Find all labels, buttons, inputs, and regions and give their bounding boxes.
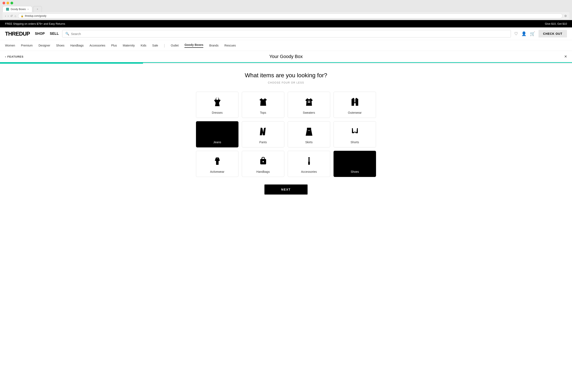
sell-link[interactable]: SELL — [50, 32, 59, 36]
cat-designer[interactable]: Designer — [39, 44, 50, 47]
handbags-icon — [258, 156, 268, 167]
close-button[interactable]: × — [564, 54, 567, 59]
item-dresses[interactable]: Dresses — [196, 92, 238, 118]
browser-chrome: Goody Boxes × + ‹ › ↺ ⌂ 🔒 thredup.com/go… — [0, 0, 572, 20]
main-content: What items are you looking for? CHOOSE F… — [192, 64, 380, 203]
cat-brands[interactable]: Brands — [209, 44, 218, 47]
cat-kids[interactable]: Kids — [141, 44, 146, 47]
header-nav: SHOP SELL — [35, 32, 59, 36]
search-input[interactable] — [71, 32, 508, 36]
tab-close-button[interactable]: × — [27, 8, 29, 11]
cat-handbags[interactable]: Handbags — [70, 44, 84, 47]
lock-icon: 🔒 — [21, 15, 24, 17]
cat-outlet[interactable]: Outlet — [171, 44, 179, 47]
site-header: THREDUP SHOP SELL 🔍 ♡ 👤 🛒 CHECK OUT — [0, 27, 572, 40]
cat-premium[interactable]: Premium — [21, 44, 33, 47]
active-tab[interactable]: Goody Boxes × — [2, 6, 32, 12]
checkout-button[interactable]: CHECK OUT — [539, 30, 567, 37]
back-button[interactable]: ‹ — [5, 14, 6, 17]
svg-point-0 — [216, 98, 219, 100]
item-shoes[interactable]: Shoes — [334, 151, 376, 177]
skirts-icon — [304, 127, 314, 138]
cat-plus[interactable]: Plus — [111, 44, 117, 47]
tab-bar: Goody Boxes × + — [2, 6, 570, 12]
cat-shoes[interactable]: Shoes — [56, 44, 64, 47]
outerwear-icon — [350, 97, 360, 109]
tab-title: Goody Boxes — [11, 8, 26, 11]
item-tops[interactable]: Tops — [242, 92, 284, 118]
item-jeans[interactable]: Jeans — [196, 121, 238, 147]
svg-rect-17 — [308, 161, 310, 162]
cart-icon[interactable]: 🛒 — [530, 31, 535, 36]
tops-label: Tops — [260, 111, 266, 114]
pants-icon — [258, 127, 268, 138]
item-outerwear[interactable]: Outerwear — [334, 92, 376, 118]
back-chevron-icon: ‹ — [5, 55, 6, 58]
header-icons: ♡ 👤 🛒 — [514, 31, 535, 36]
home-button[interactable]: ⌂ — [15, 14, 16, 17]
sweaters-icon — [304, 97, 314, 109]
cat-maternity[interactable]: Maternity — [123, 44, 135, 47]
top-banner: FREE Shipping on orders $79+ and Easy Re… — [0, 20, 572, 27]
svg-rect-8 — [307, 128, 311, 130]
site: FREE Shipping on orders $79+ and Easy Re… — [0, 20, 572, 203]
svg-point-1 — [308, 101, 309, 101]
tab-favicon — [6, 8, 9, 11]
nav-divider: | — [164, 43, 165, 48]
address-bar: ‹ › ↺ ⌂ 🔒 thredup.com/goody ⚙ — [2, 12, 570, 20]
item-handbags[interactable]: Handbags — [242, 151, 284, 177]
cat-sale[interactable]: Sale — [152, 44, 158, 47]
search-icon: 🔍 — [65, 32, 69, 36]
svg-rect-7 — [354, 99, 355, 102]
shorts-label: Shorts — [350, 141, 359, 144]
svg-point-13 — [263, 161, 264, 162]
cat-goody-boxes[interactable]: Goody Boxes — [184, 43, 203, 48]
activewear-icon — [212, 156, 222, 167]
cat-rescues[interactable]: Rescues — [224, 44, 236, 47]
refresh-button[interactable]: ↺ — [10, 14, 13, 17]
traffic-lights — [2, 2, 570, 4]
activewear-label: Activewear — [210, 170, 224, 173]
item-skirts[interactable]: Skirts — [288, 121, 330, 147]
back-link[interactable]: ‹ FEATURES — [5, 55, 23, 58]
item-accessories[interactable]: Accessories — [288, 151, 330, 177]
site-logo[interactable]: THREDUP — [5, 31, 30, 37]
forward-button[interactable]: › — [8, 14, 9, 17]
outerwear-label: Outerwear — [348, 111, 362, 114]
item-pants[interactable]: Pants — [242, 121, 284, 147]
shoes-icon — [350, 156, 360, 167]
account-icon[interactable]: 👤 — [521, 31, 526, 36]
accessories-icon — [304, 156, 314, 167]
banner-right-text: Give $10, Get $10 — [545, 22, 567, 25]
dresses-icon — [212, 97, 222, 109]
svg-point-6 — [309, 102, 310, 103]
new-tab-button[interactable]: + — [33, 6, 42, 12]
maximize-dot[interactable] — [11, 2, 13, 4]
main-subtitle: CHOOSE FOUR OR LESS — [196, 81, 376, 84]
cat-women[interactable]: Women — [5, 44, 15, 47]
address-input[interactable]: 🔒 thredup.com/goody — [18, 13, 563, 18]
svg-point-10 — [309, 131, 309, 131]
shorts-icon — [350, 127, 360, 138]
wishlist-icon[interactable]: ♡ — [514, 31, 518, 36]
cat-accessories[interactable]: Accessories — [90, 44, 105, 47]
item-sweaters[interactable]: Sweaters — [288, 92, 330, 118]
item-grid: Dresses Tops — [196, 92, 376, 177]
shop-link[interactable]: SHOP — [35, 32, 45, 36]
progress-fill — [0, 63, 143, 64]
address-text: thredup.com/goody — [25, 15, 47, 17]
banner-left-text: FREE Shipping on orders $79+ and Easy Re… — [5, 22, 65, 25]
search-bar[interactable]: 🔍 — [62, 30, 511, 37]
close-dot[interactable] — [2, 2, 5, 4]
category-nav: Women Premium Designer Shoes Handbags Ac… — [0, 40, 572, 51]
svg-point-9 — [308, 130, 308, 131]
main-question: What items are you looking for? — [196, 72, 376, 79]
item-shorts[interactable]: Shorts — [334, 121, 376, 147]
handbags-label: Handbags — [256, 170, 270, 173]
item-activewear[interactable]: Activewear — [196, 151, 238, 177]
shoes-label: Shoes — [351, 170, 359, 173]
back-label: FEATURES — [7, 55, 23, 58]
next-button[interactable]: NEXT — [264, 184, 307, 195]
page-title: Your Goody Box — [269, 54, 302, 59]
minimize-dot[interactable] — [6, 2, 9, 4]
